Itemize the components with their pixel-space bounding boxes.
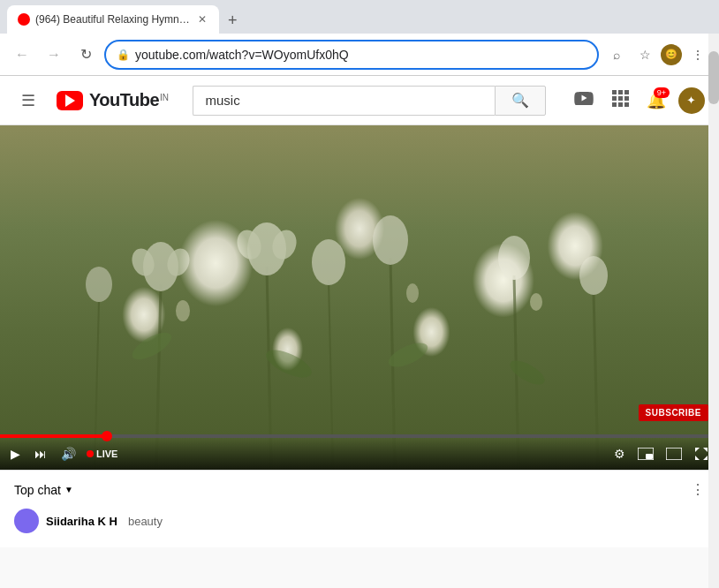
youtube-header: ☰ YouTubeIN 🔍 [0,76,719,125]
svg-rect-2 [624,90,629,94]
notifications-button[interactable]: 🔔 9+ [641,86,671,116]
youtube-logo[interactable]: YouTubeIN [57,90,169,110]
address-box[interactable]: 🔒 youtube.com/watch?v=WOyomUfx0hQ [104,40,599,70]
svg-point-21 [86,267,112,302]
chat-username: Siidariha K H [46,515,117,528]
hamburger-menu-button[interactable]: ☰ [14,84,42,117]
browser-bookmark-button[interactable]: ☆ [632,42,657,67]
live-label: LIVE [96,449,117,459]
scrollbar-thumb[interactable] [708,51,719,104]
chat-message: beauty [128,515,163,528]
forward-button[interactable]: → [41,41,67,68]
search-input[interactable] [193,86,495,116]
video-artwork [0,125,719,470]
notification-badge: 9+ [654,87,670,98]
user-avatar[interactable]: ✦ [678,87,705,114]
video-thumbnail[interactable] [0,125,719,470]
theater-button[interactable] [662,444,685,464]
chat-user-avatar [14,509,39,533]
apps-button[interactable] [606,84,634,117]
svg-point-28 [406,283,419,303]
svg-rect-36 [666,448,682,460]
main-content: SUBSCRIBE ▶ ⏭ 🔊 LIVE ⚙ [0,125,719,588]
video-controls-bar: ▶ ⏭ 🔊 LIVE ⚙ [0,438,719,470]
search-button[interactable]: 🔍 [495,86,546,116]
browser-scrollbar[interactable] [708,34,719,588]
svg-point-22 [312,239,345,285]
svg-rect-6 [612,102,617,107]
svg-rect-4 [618,96,623,101]
svg-point-33 [506,356,548,389]
chat-chevron-icon: ▼ [64,485,73,494]
tab-close-button[interactable]: ✕ [196,11,208,27]
svg-point-20 [579,256,608,295]
tab-title: (964) Beautiful Relaxing Hymns... [35,13,191,26]
youtube-logo-text: YouTube [89,90,159,109]
youtube-header-right: 🔔 9+ ✦ [569,84,705,117]
svg-rect-7 [618,102,623,107]
chat-section: Top chat ▼ ⋮ Siidariha K H beauty [0,470,719,547]
address-bar-row: ← → ↻ 🔒 youtube.com/watch?v=WOyomUfx0hQ … [0,34,719,76]
youtube-logo-icon [57,91,83,110]
lock-icon: 🔒 [117,49,130,61]
live-badge: LIVE [87,449,117,459]
svg-rect-0 [612,90,617,94]
url-text: youtube.com/watch?v=WOyomUfx0hQ [135,48,587,62]
chat-more-button[interactable]: ⋮ [691,481,705,498]
browser-right-icons: ⌕ ☆ 😊 ⋮ [604,42,710,67]
chat-title-text: Top chat [14,483,61,497]
active-tab[interactable]: (964) Beautiful Relaxing Hymns... ✕ [7,5,219,34]
subscribe-overlay-button[interactable]: SUBSCRIBE [639,404,708,421]
controls-right: ⚙ [610,443,712,464]
youtube-country-badge: IN [160,93,169,102]
skip-button[interactable]: ⏭ [31,443,50,464]
chat-header: Top chat ▼ ⋮ [14,481,705,498]
svg-rect-5 [624,96,629,101]
browser-profile-avatar[interactable]: 😊 [661,44,682,65]
svg-point-19 [498,236,530,280]
svg-point-30 [128,328,175,365]
svg-point-29 [530,293,542,311]
tab-favicon [18,13,30,26]
video-wrapper: SUBSCRIBE ▶ ⏭ 🔊 LIVE ⚙ [0,125,719,470]
search-box: 🔍 [193,86,546,116]
svg-rect-8 [624,102,629,107]
browser-search-button[interactable]: ⌕ [604,42,629,67]
back-button[interactable]: ← [9,41,35,68]
svg-point-27 [176,300,190,321]
play-button[interactable]: ▶ [7,443,24,464]
miniplayer-button[interactable] [634,444,657,464]
svg-point-18 [373,215,408,265]
tab-bar: (964) Beautiful Relaxing Hymns... ✕ + [0,0,719,34]
svg-rect-1 [618,90,623,94]
new-tab-button[interactable]: + [221,8,245,34]
svg-rect-3 [612,96,617,101]
volume-button[interactable]: 🔊 [57,443,79,464]
svg-rect-35 [646,454,653,459]
settings-button[interactable]: ⚙ [610,443,629,464]
upload-button[interactable] [569,86,599,115]
chat-item: Siidariha K H beauty [14,505,705,537]
browser-menu-button[interactable]: ⋮ [685,42,710,67]
live-dot [87,450,94,457]
youtube-play-icon [65,94,75,107]
refresh-button[interactable]: ↻ [72,41,99,68]
chat-title: Top chat ▼ [14,483,73,497]
